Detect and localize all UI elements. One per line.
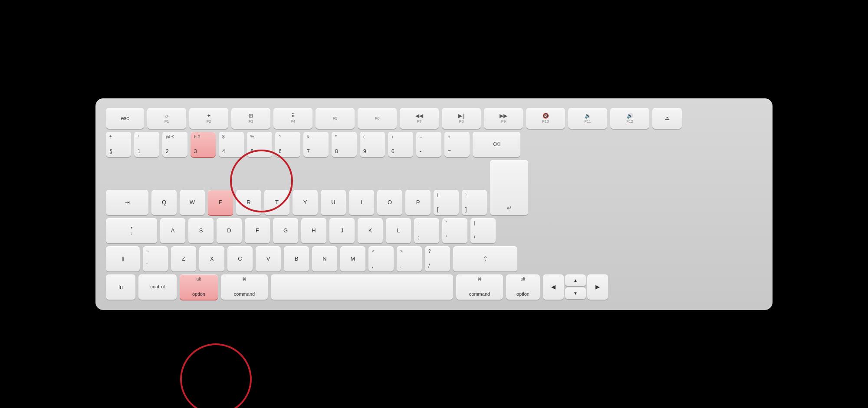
key-w[interactable]: W [180,190,205,215]
key-f10[interactable]: 🔇 F10 [526,108,565,129]
key-equals-top: + [448,134,450,139]
key-tilde[interactable]: ~ ` [143,246,168,271]
key-caps[interactable]: • ⇪ [106,218,157,243]
key-4[interactable]: $ 4 [219,132,244,157]
key-0[interactable]: ) 0 [388,132,413,157]
key-eject[interactable]: ⏏ [652,108,682,129]
key-j[interactable]: J [329,218,355,243]
key-arrow-right[interactable]: ▶ [587,274,608,300]
key-command-right[interactable]: ⌘ command [456,274,503,300]
key-arrow-up-label: ▲ [573,278,578,283]
key-5-bottom: 5 [250,148,253,154]
key-2[interactable]: @ € 2 [162,132,187,157]
key-command-left[interactable]: ⌘ command [221,274,268,300]
key-semicolon-top: : [418,221,419,225]
key-r[interactable]: R [236,190,261,215]
key-y[interactable]: Y [293,190,318,215]
key-f12-label: F12 [626,120,633,124]
key-eject-icon: ⏏ [665,115,670,121]
key-quote[interactable]: " ' [442,218,467,243]
key-slash-bottom: / [428,263,430,269]
key-7[interactable]: & 7 [303,132,329,157]
key-b[interactable]: B [284,246,309,271]
key-p-label: P [416,199,420,205]
key-n[interactable]: N [312,246,337,271]
key-d[interactable]: D [217,218,242,243]
key-return-label: ↵ [507,205,512,211]
key-5[interactable]: % 5 [247,132,272,157]
key-f9[interactable]: ▶▶ F9 [484,108,523,129]
key-j-label: J [341,228,344,233]
key-k-label: K [368,228,372,233]
key-f3-label: F3 [249,120,253,124]
key-f3-icon: ⊞ [249,113,253,119]
key-q[interactable]: Q [151,190,177,215]
key-equals[interactable]: + = [444,132,470,157]
key-arrow-left[interactable]: ◀ [543,274,564,300]
key-z[interactable]: Z [171,246,196,271]
key-period[interactable]: > . [397,246,422,271]
key-semicolon[interactable]: : ; [414,218,439,243]
key-i[interactable]: I [349,190,374,215]
key-arrow-down[interactable]: ▼ [565,287,586,299]
key-rbracket[interactable]: } ] [462,190,487,215]
key-p[interactable]: P [405,190,431,215]
key-lshift[interactable]: ⇧ [106,246,140,271]
key-k[interactable]: K [358,218,383,243]
key-6-top: ^ [279,134,281,139]
key-o[interactable]: O [377,190,402,215]
key-option-right[interactable]: alt option [506,274,540,300]
key-g[interactable]: G [273,218,298,243]
key-a-label: A [171,228,175,233]
key-slash[interactable]: ? / [425,246,450,271]
key-8-bottom: 8 [335,148,338,154]
key-e[interactable]: E [208,190,233,215]
key-esc[interactable]: esc [106,108,144,129]
key-f6[interactable]: F6 [358,108,397,129]
key-minus[interactable]: – - [416,132,441,157]
key-3[interactable]: £ # 3 [191,132,216,157]
key-2-bottom: 2 [166,148,169,154]
key-arrow-up[interactable]: ▲ [565,274,586,286]
key-rshift[interactable]: ⇧ [453,246,517,271]
key-7-top: & [307,134,310,139]
key-fn[interactable]: fn [106,274,135,300]
key-u[interactable]: U [321,190,346,215]
key-f7[interactable]: ◀◀ F7 [400,108,439,129]
key-f5[interactable]: F5 [316,108,355,129]
key-f8[interactable]: ▶‖ F8 [442,108,481,129]
key-6[interactable]: ^ 6 [275,132,300,157]
key-control[interactable]: control [138,274,177,300]
key-f1[interactable]: ☼ F1 [147,108,186,129]
key-c[interactable]: C [227,246,253,271]
key-f11[interactable]: 🔉 F11 [568,108,607,129]
key-x[interactable]: X [199,246,224,271]
key-a[interactable]: A [160,218,185,243]
key-f3[interactable]: ⊞ F3 [231,108,270,129]
key-lbracket[interactable]: { [ [434,190,459,215]
key-f[interactable]: F [245,218,270,243]
key-t[interactable]: T [264,190,289,215]
key-option-left[interactable]: alt option [180,274,218,300]
key-h[interactable]: H [301,218,326,243]
key-tab[interactable]: ⇥ [106,190,148,215]
key-f9-label: F9 [501,120,506,124]
key-backtick[interactable]: ± § [106,132,131,157]
key-f2[interactable]: ✦ F2 [189,108,228,129]
key-space[interactable] [271,274,453,300]
key-1[interactable]: ! 1 [134,132,159,157]
key-f12[interactable]: 🔊 F12 [610,108,649,129]
key-option-right-bottom: option [506,292,540,297]
key-v[interactable]: V [256,246,281,271]
key-s[interactable]: S [188,218,214,243]
key-9-bottom: 9 [363,148,366,154]
key-m[interactable]: M [340,246,365,271]
key-comma[interactable]: < , [368,246,394,271]
key-backslash[interactable]: | \ [470,218,496,243]
key-l[interactable]: L [386,218,411,243]
key-return[interactable]: ↵ [490,160,528,215]
key-f4[interactable]: ⠿ F4 [273,108,312,129]
key-9[interactable]: ( 9 [360,132,385,157]
key-delete[interactable]: ⌫ [473,132,520,157]
key-8[interactable]: * 8 [332,132,357,157]
